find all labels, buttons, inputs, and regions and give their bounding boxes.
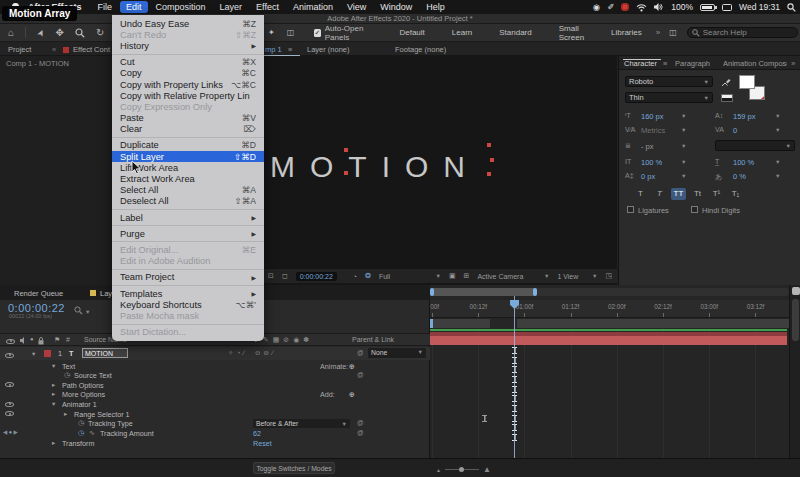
pickwhip-icon[interactable]: @ [357, 419, 364, 426]
menu-item-cut[interactable]: Cut⌘X [112, 57, 264, 68]
parent-dropdown[interactable]: None▼ [368, 348, 426, 358]
zoom-slider-thumb[interactable] [459, 467, 464, 472]
eye-icon[interactable] [5, 402, 14, 407]
tab-footage[interactable]: Footage (none) [395, 45, 446, 54]
hindi-digits-checkbox[interactable] [691, 206, 698, 213]
panel-menu-icon[interactable]: ≡ [663, 59, 667, 68]
menu-item-copy[interactable]: Copy⌘C [112, 68, 264, 79]
region-of-interest-icon[interactable]: ▣ [449, 272, 456, 280]
workspace-overflow-chevrons[interactable]: » [656, 28, 660, 37]
zoom-slider-track[interactable] [445, 469, 479, 470]
menu-item-paste[interactable]: Paste⌘V [112, 113, 264, 124]
menu-bar-clock[interactable]: Wed 19:31 [739, 2, 780, 12]
layer-handle[interactable] [487, 172, 491, 176]
panel-menu-icon[interactable]: ≡ [288, 45, 292, 54]
pickwhip-icon[interactable]: @ [357, 371, 364, 378]
menu-layer[interactable]: Layer [214, 1, 249, 13]
font-family-dropdown[interactable]: Roboto▼ [625, 76, 713, 87]
timeline-scrollbar[interactable] [789, 285, 800, 458]
twirl-closed-icon[interactable]: ▸ [52, 439, 55, 447]
scrollbar-thumb[interactable] [792, 299, 799, 341]
collapse-chevron-icon[interactable]: « [52, 45, 56, 54]
eye-icon[interactable] [5, 411, 14, 416]
dropdown-caret-icon[interactable]: ▼ [775, 113, 780, 119]
dropdown-caret-icon[interactable]: ▼ [681, 143, 686, 149]
composition-viewer[interactable]: MOTION ⊡ ◻ 0:00:00:22 ◔ ❂ Full▼ ▣ ⊞ Acti… [262, 56, 617, 285]
keyframe-navigator[interactable]: ◀ ● ▶ [3, 429, 18, 435]
display-icon[interactable] [722, 4, 732, 11]
layer-visibility-eye-icon[interactable] [5, 353, 14, 358]
faux-style-button-0[interactable]: T [633, 188, 648, 200]
channels-icon[interactable]: ❂ [365, 272, 371, 280]
dropdown-caret-icon[interactable]: ▼ [681, 159, 686, 165]
workspace-default[interactable]: Default [399, 28, 424, 37]
faux-style-button-3[interactable]: Tt [690, 188, 705, 200]
menu-view[interactable]: View [341, 1, 372, 13]
time-navigator[interactable] [430, 288, 537, 296]
eye-icon[interactable] [5, 382, 14, 387]
wifi-icon[interactable] [636, 3, 647, 12]
timeline-zoom-slider[interactable]: ▲ ▲ [436, 465, 491, 474]
twirl-closed-icon[interactable]: ▸ [64, 410, 67, 418]
property-row-transform[interactable]: ▸TransformReset [0, 438, 430, 448]
comp-marker-icon[interactable] [792, 287, 800, 295]
keyframe-ibeam[interactable] [482, 415, 487, 422]
ruler-icon[interactable]: ◻ [282, 272, 288, 280]
zoom-tool-icon[interactable] [75, 28, 85, 38]
eyedropper-icon[interactable] [721, 77, 731, 87]
twirl-open-icon[interactable]: ▾ [52, 400, 55, 408]
twirl-closed-icon[interactable]: ▸ [52, 390, 55, 398]
dropdown-caret-icon[interactable]: ▼ [681, 127, 686, 133]
tab-layer[interactable]: Layer (none) [307, 45, 350, 54]
grid-guides-icon[interactable]: ⊞ [464, 272, 470, 280]
viewer-timecode[interactable]: 0:00:00:22 [296, 272, 337, 281]
value-transform[interactable]: Reset [253, 439, 272, 448]
menu-item-select-all[interactable]: Select All⌘A [112, 185, 264, 196]
auto-open-panels-checkbox[interactable]: ✓ Auto-Open Panels [314, 24, 377, 42]
ligatures-checkbox[interactable] [627, 206, 634, 213]
menu-item-keyboard-shortcuts[interactable]: Keyboard Shortcuts⌥⌘' [112, 299, 264, 310]
toggle-switches-modes-button[interactable]: Toggle Switches / Modes [253, 462, 335, 474]
menu-item-copy-with-relative-property-links[interactable]: Copy with Relative Property Links [112, 90, 264, 101]
dropdown-caret-icon[interactable]: ▼ [775, 173, 780, 179]
tracking-value[interactable]: 0 [733, 126, 737, 135]
layer-handle[interactable] [490, 158, 494, 162]
layer-label-color-chip[interactable] [44, 350, 51, 357]
font-size-value[interactable]: 160 px [641, 112, 664, 121]
magnification-icon[interactable]: ⊡ [268, 272, 274, 280]
menu-item-duplicate[interactable]: Duplicate⌘D [112, 140, 264, 151]
stopwatch-icon[interactable]: ◷ [64, 371, 70, 379]
menu-edit[interactable]: Edit [120, 1, 148, 13]
menu-item-team-project[interactable]: Team Project▶ [112, 272, 264, 283]
tab-project[interactable]: Project [8, 45, 31, 54]
parent-pickwhip-icon[interactable]: @ [357, 349, 364, 356]
menu-animation[interactable]: Animation [287, 1, 339, 13]
dropdown-caret-icon[interactable]: ▼ [681, 173, 686, 179]
leading-value[interactable]: 159 px [733, 112, 756, 121]
menu-item-templates[interactable]: Templates▶ [112, 288, 264, 299]
twirl-open-icon[interactable]: ▾ [52, 362, 55, 370]
show-snapshot-icon[interactable]: ◔ [353, 273, 357, 280]
pickwhip-icon[interactable]: @ [357, 429, 364, 436]
property-row-path-options[interactable]: ▸Path Options [0, 380, 430, 390]
tab-effect-controls[interactable]: Effect Cont [73, 45, 112, 54]
layer-duration-bar[interactable] [430, 332, 787, 345]
layer-handle[interactable] [487, 143, 491, 147]
stroke-width-value[interactable]: - px [641, 142, 654, 151]
workspace-libraries[interactable]: Libraries [611, 28, 642, 37]
faux-style-button-4[interactable]: T¹ [709, 188, 724, 200]
tab-render-queue[interactable]: Render Queue [14, 289, 63, 298]
add-button-icon[interactable]: ⊕ [349, 362, 355, 371]
orbit-tool-icon[interactable]: ↻ [96, 27, 104, 38]
property-row-tracking-type[interactable]: ◷Tracking TypeBefore & After▼@ [0, 419, 430, 429]
hand-tool-icon[interactable]: ✥ [56, 27, 64, 38]
faux-style-button-2[interactable]: TT [671, 188, 686, 200]
layer-row-motion[interactable]: ▾ 1 T MOTION ✧◔∕ ⊙⊘∕ @ None▼ [0, 347, 430, 360]
work-area-start-handle[interactable] [430, 319, 433, 328]
work-area-bar[interactable] [430, 319, 789, 328]
pixel-aspect-icon[interactable]: ◳ [605, 272, 612, 280]
add-button-icon[interactable]: ⊕ [349, 390, 355, 399]
libraries-panel-icon[interactable]: ◫ [669, 28, 677, 37]
stroke-over-fill-icon[interactable] [721, 94, 733, 102]
property-row-text[interactable]: ▾TextAnimate:⊕ [0, 361, 430, 371]
